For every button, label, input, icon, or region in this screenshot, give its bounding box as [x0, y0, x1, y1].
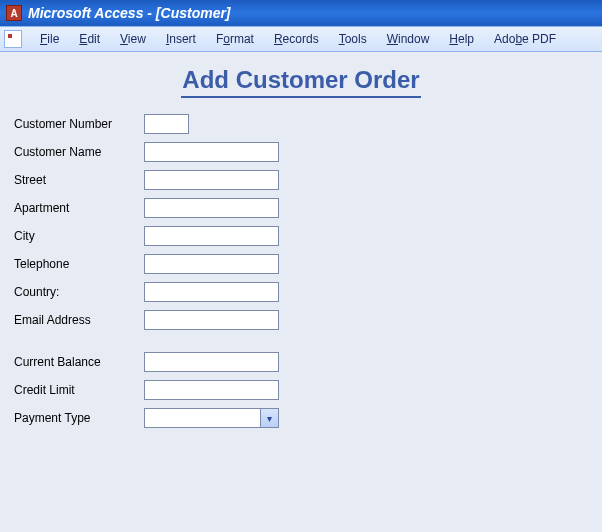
window-title: Microsoft Access - [Customer] [28, 5, 231, 21]
menu-bar: File Edit View Insert Format Records Too… [0, 26, 602, 52]
menu-adobe-pdf[interactable]: Adobe PDF [484, 29, 566, 49]
menu-help[interactable]: Help [439, 29, 484, 49]
street-input[interactable] [144, 170, 279, 190]
label-telephone: Telephone [14, 257, 144, 271]
menu-format[interactable]: Format [206, 29, 264, 49]
menu-edit[interactable]: Edit [69, 29, 110, 49]
menu-records[interactable]: Records [264, 29, 329, 49]
label-apartment: Apartment [14, 201, 144, 215]
menu-insert[interactable]: Insert [156, 29, 206, 49]
customer-number-input[interactable] [144, 114, 189, 134]
current-balance-input[interactable] [144, 352, 279, 372]
label-country: Country: [14, 285, 144, 299]
telephone-input[interactable] [144, 254, 279, 274]
country-input[interactable] [144, 282, 279, 302]
label-customer-number: Customer Number [14, 117, 144, 131]
label-city: City [14, 229, 144, 243]
menu-window[interactable]: Window [377, 29, 440, 49]
chevron-down-icon[interactable]: ▾ [260, 409, 278, 427]
title-bar: A Microsoft Access - [Customer] [0, 0, 602, 26]
access-app-icon: A [6, 5, 22, 21]
apartment-input[interactable] [144, 198, 279, 218]
menu-view[interactable]: View [110, 29, 156, 49]
label-email: Email Address [14, 313, 144, 327]
menu-tools[interactable]: Tools [329, 29, 377, 49]
payment-type-combo[interactable]: ▾ [144, 408, 279, 428]
credit-limit-input[interactable] [144, 380, 279, 400]
label-payment-type: Payment Type [14, 411, 144, 425]
form-body: Add Customer Order Customer Number Custo… [0, 52, 602, 532]
menu-file[interactable]: File [30, 29, 69, 49]
form-title: Add Customer Order [14, 66, 588, 94]
label-customer-name: Customer Name [14, 145, 144, 159]
label-credit-limit: Credit Limit [14, 383, 144, 397]
label-street: Street [14, 173, 144, 187]
label-current-balance: Current Balance [14, 355, 144, 369]
city-input[interactable] [144, 226, 279, 246]
email-input[interactable] [144, 310, 279, 330]
document-icon[interactable] [4, 30, 22, 48]
customer-name-input[interactable] [144, 142, 279, 162]
title-underline [181, 96, 421, 98]
